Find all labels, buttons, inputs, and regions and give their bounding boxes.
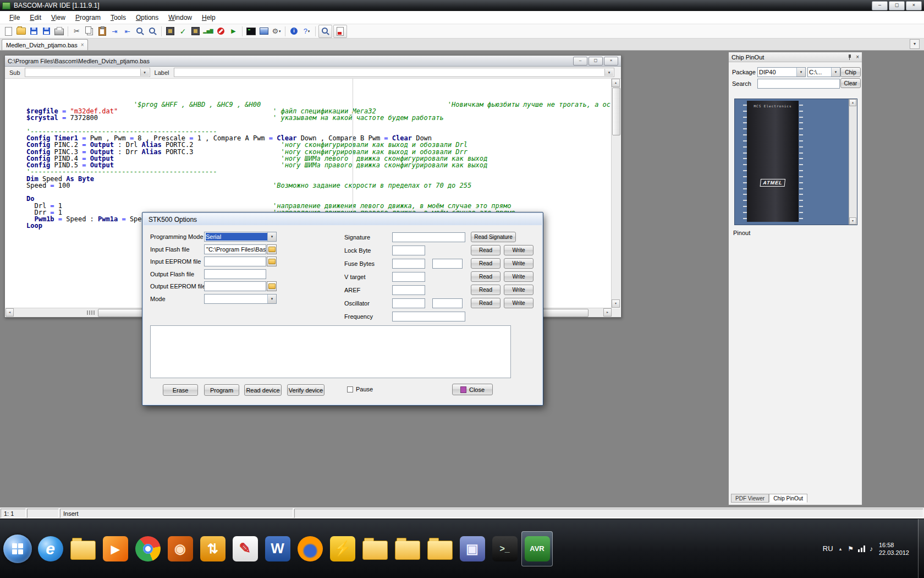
internet-explorer[interactable]: e: [35, 531, 66, 566]
indent-icon[interactable]: ⇥: [108, 25, 121, 37]
media-player[interactable]: ▸: [100, 531, 131, 566]
firefox[interactable]: [294, 531, 326, 566]
fuse-bytes-field-1[interactable]: [392, 259, 425, 269]
language-indicator[interactable]: RU: [823, 544, 833, 553]
paste-icon[interactable]: [96, 25, 108, 37]
pushpin-icon[interactable]: [848, 54, 852, 60]
shared-folder-3[interactable]: [424, 531, 455, 566]
chip-button[interactable]: Chip: [840, 67, 861, 77]
new-file-icon[interactable]: [2, 25, 15, 37]
show-result-icon[interactable]: ▂▅▇: [202, 25, 215, 37]
fuse-bytes-field-2[interactable]: [432, 259, 463, 269]
bascom-avr[interactable]: AVR: [521, 531, 553, 566]
info-icon[interactable]: i: [288, 25, 300, 37]
scroll-up-icon[interactable]: ▴: [612, 79, 620, 87]
stop-icon[interactable]: [215, 25, 227, 37]
input-flash-file-input[interactable]: "C:\Program Files\Basc: [204, 244, 266, 254]
read-button[interactable]: Read: [471, 285, 501, 295]
terminal-icon[interactable]: [245, 25, 257, 37]
write-button[interactable]: Write: [504, 271, 534, 282]
label-dropdown[interactable]: [174, 68, 615, 77]
read-button[interactable]: Read: [471, 271, 501, 282]
editor-minimize-button[interactable]: –: [573, 57, 587, 66]
erase-button[interactable]: Erase: [163, 384, 198, 396]
splitter-handle[interactable]: [87, 310, 95, 315]
browse-button[interactable]: [267, 281, 277, 291]
package-dropdown[interactable]: DIP40: [757, 67, 806, 77]
oscillator-field-1[interactable]: [392, 298, 425, 308]
cut-icon[interactable]: ✂: [70, 25, 83, 37]
menu-window[interactable]: Window: [163, 12, 197, 23]
menu-file[interactable]: File: [4, 12, 25, 23]
word[interactable]: W: [262, 531, 293, 566]
vertical-scrollbar[interactable]: ▴ ▾: [611, 79, 620, 308]
frequency-field[interactable]: [392, 312, 465, 321]
viewport-scrollbar[interactable]: ▴ ▾: [849, 99, 857, 225]
help-icon[interactable]: ?▾: [300, 25, 313, 37]
tab-medlen-dvizh[interactable]: Medlen_Dvizh_ptjamo.bas ×: [2, 39, 88, 50]
chip-viewport[interactable]: MCS Electronics ATMEL ▴ ▾: [734, 99, 857, 225]
options-icon[interactable]: ⚙▾: [270, 25, 283, 37]
shared-folder-1[interactable]: [359, 531, 391, 566]
scroll-left-icon[interactable]: ◂: [6, 308, 14, 317]
menu-edit[interactable]: Edit: [25, 12, 46, 23]
signature-field[interactable]: [392, 232, 465, 242]
compile-icon[interactable]: [189, 25, 202, 37]
verify-device-button[interactable]: Verify device: [287, 384, 324, 396]
scroll-down-icon[interactable]: ▾: [849, 217, 856, 225]
syntax-check-icon[interactable]: ✓: [177, 25, 189, 37]
search-input[interactable]: [757, 79, 840, 89]
dialog-log-area[interactable]: [150, 325, 511, 378]
start-button[interactable]: [3, 535, 32, 563]
program-button[interactable]: Program: [204, 384, 239, 396]
action-center-icon[interactable]: ⚑: [848, 545, 854, 553]
menu-options[interactable]: Options: [131, 12, 163, 23]
chrome[interactable]: [132, 531, 163, 566]
menu-view[interactable]: View: [46, 12, 70, 23]
dropdown-arrow-icon[interactable]: [831, 68, 840, 77]
pdf-zoom-icon[interactable]: [318, 25, 332, 38]
photo-viewer[interactable]: ◉: [164, 531, 196, 566]
input-eeprom-file-input[interactable]: [204, 257, 266, 266]
outdent-icon[interactable]: ⇤: [121, 25, 134, 37]
minimize-button[interactable]: –: [872, 1, 888, 10]
editor-close-button[interactable]: ×: [604, 57, 618, 66]
scroll-up-icon[interactable]: ▴: [849, 99, 856, 106]
sub-dropdown[interactable]: [25, 68, 150, 77]
lock-byte-field[interactable]: [392, 246, 425, 255]
editor-maximize-button[interactable]: ◻: [588, 57, 603, 66]
tab-pdf-viewer[interactable]: PDF Viewer: [731, 494, 769, 503]
scroll-down-icon[interactable]: ▾: [612, 299, 620, 308]
path-dropdown[interactable]: C:\...: [807, 67, 840, 77]
find-icon[interactable]: [134, 25, 146, 37]
read-button[interactable]: Read: [471, 258, 501, 269]
notes-editor[interactable]: ✎: [229, 531, 261, 566]
download-manager[interactable]: ⇅: [197, 531, 228, 566]
program-chip-icon[interactable]: [164, 25, 177, 37]
daemon-tools[interactable]: ⚡: [327, 531, 358, 566]
write-button[interactable]: Write: [504, 245, 534, 255]
command-prompt[interactable]: >_: [489, 531, 520, 566]
network-icon[interactable]: [858, 546, 865, 552]
browse-button[interactable]: [267, 244, 277, 254]
save-all-icon[interactable]: [40, 25, 53, 37]
copy-icon[interactable]: [83, 25, 96, 37]
vertical-scroll-thumb[interactable]: [612, 88, 620, 135]
close-button[interactable]: ×: [906, 1, 922, 10]
read-signature-button[interactable]: Read Signature: [471, 232, 516, 242]
file-explorer[interactable]: [67, 531, 98, 566]
aref-field[interactable]: [392, 285, 425, 295]
mode-select[interactable]: [204, 294, 277, 304]
programming-mode-select[interactable]: Serial: [204, 232, 277, 242]
menu-program[interactable]: Program: [70, 12, 106, 23]
browse-button[interactable]: [267, 257, 277, 266]
lcd-designer-icon[interactable]: [257, 25, 270, 37]
v-target-field[interactable]: [392, 272, 425, 282]
menu-help[interactable]: Help: [197, 12, 221, 23]
menu-tools[interactable]: Tools: [106, 12, 131, 23]
editor-titlebar[interactable]: C:\Program Files\Bascom\Medlen_Dvizh_ptj…: [5, 56, 621, 67]
maximize-button[interactable]: ◻: [889, 1, 905, 10]
close-dialog-button[interactable]: Close: [452, 384, 493, 395]
tab-close-icon[interactable]: ×: [81, 42, 84, 48]
write-button[interactable]: Write: [504, 258, 534, 269]
